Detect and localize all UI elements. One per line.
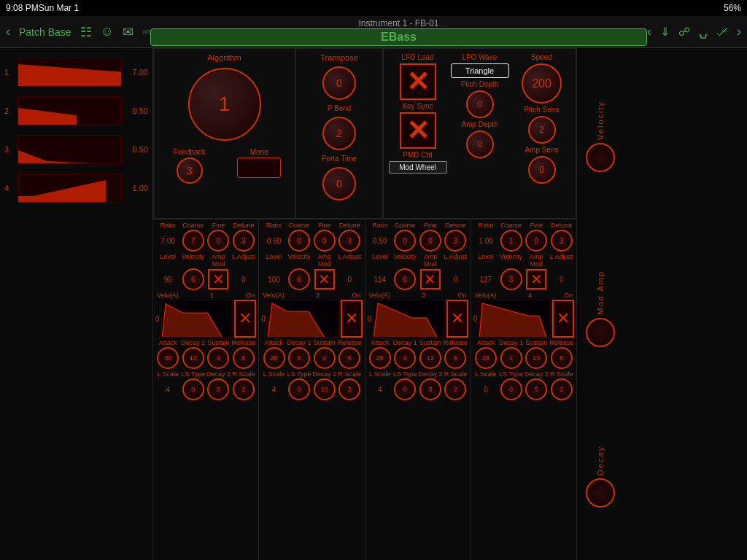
status-time: 9:08 PM [6,3,39,13]
svg-marker-2 [18,150,91,163]
nav-prev[interactable]: ‹ [647,24,651,39]
keysync-x[interactable]: ✕ [400,112,436,149]
instrument-name[interactable]: EBass [150,28,647,46]
nav-icon-4[interactable]: ⎓ [142,24,150,39]
nav-icon-page[interactable]: ☍ [678,25,690,39]
feedback-knob[interactable]: 3 [177,158,203,184]
level-bar-row-4[interactable]: 4 1.00 [4,171,148,204]
mod-amp-label: Mod Amp [596,271,605,314]
velocity-knob-right[interactable] [586,143,615,172]
status-battery: 56% [724,3,741,13]
nav-icon-2[interactable]: ☺ [101,24,114,39]
operators-area: RatioCoarseFineDetune 7.00 7 0 3 LevelVe… [153,219,576,560]
lfo-wave-select[interactable]: Triangle [451,63,509,78]
transpose-section: Transpose 0 P Bend 2 Porta Time 0 [295,48,383,219]
right-panel: Velocity Mod Amp Decay [576,48,624,560]
nav-left: ‹ Patch Base ☷ ☺ ✉ ⎓ [6,24,150,40]
status-day: Sun Mar 1 [39,3,79,13]
nav-icon-download[interactable]: ⇓ [660,25,670,39]
back-button[interactable]: ‹ [6,24,10,39]
mod-amp-knob[interactable] [586,318,615,347]
amp-depth-knob[interactable]: 0 [466,131,494,158]
nav-icon-1[interactable]: ☷ [80,24,92,40]
decay-knob-right[interactable] [586,478,615,508]
level-bars-panel: 1 7.00 2 0.50 3 0.50 [0,48,153,560]
back-label[interactable]: Patch Base [19,26,71,38]
algorithm-knob[interactable]: 1 [188,68,261,141]
top-nav: ‹ Patch Base ☷ ☺ ✉ ⎓ Instrument 1 - FB-0… [0,16,747,48]
status-bar: 9:08 PM Sun Mar 1 56% [0,0,747,16]
algorithm-title: Algorithm [207,53,241,62]
mono-rect[interactable] [237,158,281,178]
level-bar-row-3[interactable]: 3 0.50 [4,133,148,166]
nav-icon-share2[interactable]: ⍻ [716,26,728,39]
level-bar-row-2[interactable]: 2 0.50 [4,94,148,127]
velocity-label: Velocity [596,101,605,140]
nav-icon-3[interactable]: ✉ [123,24,133,40]
operator-panel-4: RatioCoarseFineDetune 1.00 1 0 3 LevelVe… [471,219,576,560]
transpose-knob[interactable]: 0 [322,66,356,100]
instrument-title: Instrument 1 - FB-01 [150,18,647,28]
algorithm-section: Algorithm 1 Feedback 3 Mono [153,48,295,219]
pmd-rect[interactable]: Mod Wheel [389,161,447,174]
decay-label: Decay [596,446,605,475]
level-bar-row-1[interactable]: 1 7.00 [4,55,148,88]
pitch-sens-knob[interactable]: 2 [528,116,556,144]
speed-knob[interactable]: 200 [522,63,562,104]
pitch-depth-knob[interactable]: 0 [466,90,494,118]
operator-panel-2: RatioCoarseFineDetune 0.50 0 0 3 LevelVe… [259,219,365,560]
svg-marker-3 [18,180,106,202]
porta-knob[interactable]: 0 [322,167,356,201]
nav-center: Instrument 1 - FB-01 EBass [150,18,647,46]
svg-marker-1 [18,108,77,125]
nav-next[interactable]: › [737,24,741,39]
svg-marker-0 [18,64,121,86]
operator-panel-3: RatioCoarseFineDetune 0.50 0 0 3 LevelVe… [365,219,471,560]
nav-icon-share1[interactable]: ⍽ [699,25,708,39]
amp-sens-knob[interactable]: 0 [528,156,556,184]
lfo-load-x[interactable]: ✕ [400,63,436,100]
lfo-section: LFO Load ✕ Key Sync ✕ PMD Ctrl Mod Wheel… [383,48,576,219]
operator-panel-1: RatioCoarseFineDetune 7.00 7 0 3 LevelVe… [153,219,259,560]
nav-right: ‹ ⇓ ☍ ⍽ ⍻ › [647,24,741,39]
pbend-knob[interactable]: 2 [322,117,356,150]
